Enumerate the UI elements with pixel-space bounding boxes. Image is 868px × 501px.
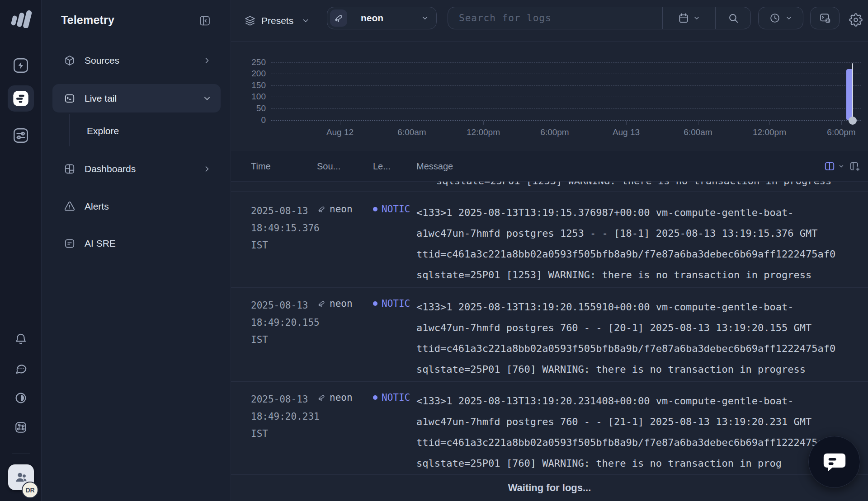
partial-log-text: sqlstate=25P01 [1253] WARNING: there is …: [436, 182, 868, 187]
time-scrubber-line[interactable]: [852, 63, 853, 121]
main-content: Presets neon: [231, 0, 868, 501]
bolt-icon[interactable]: [10, 55, 31, 76]
y-tick-label: 250: [239, 57, 266, 67]
sidebar-item-alerts[interactable]: Alerts: [52, 194, 221, 219]
sidebar-item-ai-sre[interactable]: AI SRE: [52, 231, 221, 256]
gridline: [271, 97, 861, 97]
chevron-down-icon: [421, 14, 429, 22]
chat-widget-button[interactable]: [808, 436, 860, 488]
page-title: Telemetry: [61, 14, 114, 27]
search-input[interactable]: [448, 7, 662, 29]
chevron-down-icon: [203, 94, 212, 103]
clock-icon: [769, 12, 781, 24]
log-level: NOTIC: [373, 297, 416, 381]
y-tick-label: 200: [239, 69, 266, 79]
chat-dots-icon[interactable]: [10, 358, 31, 379]
grid-icon: [64, 163, 75, 175]
add-column-button[interactable]: [849, 160, 861, 172]
log-level: NOTIC: [373, 202, 416, 287]
telescope-icon: [317, 393, 326, 402]
telescope-icon: [330, 9, 347, 27]
cube-icon: [64, 55, 75, 66]
sidebar-item-explore[interactable]: Explore: [87, 118, 213, 144]
sidebar-item-label: Explore: [87, 126, 119, 136]
log-row[interactable]: 2025-08-13 18:49:15.376 IST neon NO: [231, 192, 868, 288]
terminal-icon: [64, 93, 75, 104]
command-icon[interactable]: [10, 417, 31, 438]
columns-layout-button[interactable]: [824, 160, 844, 172]
x-tick-label: 6:00am: [684, 127, 712, 137]
sliders-icon[interactable]: [10, 125, 31, 146]
middleware-logo[interactable]: [9, 8, 32, 28]
sidebar-item-sources[interactable]: Sources: [52, 48, 221, 73]
log-time: 2025-08-13 18:49:15.376 IST: [231, 202, 317, 287]
x-axis-line: [271, 120, 861, 121]
x-tick-label: Aug 12: [326, 127, 354, 137]
x-tick-label: 6:00am: [397, 127, 426, 137]
log-table-body: sqlstate=25P01 [1253] WARNING: there is …: [231, 182, 868, 501]
log-row[interactable]: 2025-08-13 18:49:20.231 IST neon NO: [231, 382, 868, 475]
gridline: [271, 62, 861, 63]
log-table-header: Time Sou... Le... Message: [231, 151, 868, 182]
column-header-level[interactable]: Le...: [373, 161, 416, 172]
logs-nav-icon[interactable]: [8, 85, 34, 112]
chevron-down-icon: [693, 14, 700, 22]
column-header-message[interactable]: Message: [416, 161, 824, 172]
telescope-icon: [317, 299, 326, 308]
log-volume-chart[interactable]: 250 200 150 100 50 0 Aug 12 6:00am 12:00…: [231, 42, 868, 151]
log-message: <133>1 2025-08-13T13:19:15.376987+00:00 …: [416, 202, 868, 287]
column-header-source[interactable]: Sou...: [317, 161, 373, 172]
calendar-icon: [678, 12, 689, 24]
speech-bubble-icon: [821, 449, 848, 475]
contrast-icon[interactable]: [10, 388, 31, 408]
date-range-button[interactable]: [662, 7, 715, 29]
partial-log-row[interactable]: sqlstate=25P01 [1253] WARNING: there is …: [231, 182, 868, 192]
log-message: <133>1 2025-08-13T13:19:20.231408+00:00 …: [416, 391, 868, 474]
time-scrubber-handle[interactable]: [849, 117, 857, 125]
y-tick-label: 0: [239, 115, 266, 125]
column-header-time[interactable]: Time: [231, 161, 317, 172]
log-time: 2025-08-13 18:49:20.155 IST: [231, 297, 317, 381]
subnav-guide-line: [69, 114, 70, 146]
message-square-icon: [64, 238, 75, 249]
level-dot: [373, 395, 377, 400]
telescope-icon: [317, 205, 326, 214]
source-name: neon: [361, 13, 383, 23]
sidebar-item-label: Live tail: [85, 93, 117, 104]
log-level: NOTIC: [373, 391, 416, 474]
sidebar-item-label: Alerts: [85, 201, 109, 212]
x-tick: [412, 121, 412, 125]
log-message: <133>1 2025-08-13T13:19:20.155910+00:00 …: [416, 297, 868, 381]
log-search-bar: [448, 7, 751, 29]
log-source: neon: [317, 391, 373, 474]
user-initials-badge[interactable]: DR: [22, 482, 38, 498]
sidebar-item-dashboards[interactable]: Dashboards: [52, 156, 221, 182]
code-terminal-button[interactable]: [810, 7, 840, 29]
chevron-down-icon: [785, 14, 793, 22]
presets-button[interactable]: Presets: [244, 10, 310, 31]
alert-triangle-icon: [64, 201, 75, 212]
chevron-down-icon: [302, 17, 310, 25]
sidebar-item-live-tail[interactable]: Live tail: [52, 84, 221, 112]
gear-icon[interactable]: [849, 13, 863, 27]
x-tick: [483, 121, 484, 125]
presets-label: Presets: [261, 15, 293, 26]
sidebar: Telemetry Sources: [42, 0, 231, 501]
level-dot: [373, 301, 377, 306]
x-tick: [769, 121, 770, 125]
layers-icon: [244, 15, 256, 27]
y-tick-label: 100: [239, 92, 266, 102]
log-source: neon: [317, 297, 373, 381]
gridline: [271, 74, 861, 74]
sidebar-item-label: AI SRE: [85, 238, 116, 249]
source-selector[interactable]: neon: [327, 7, 437, 29]
x-tick: [698, 121, 698, 125]
panel-collapse-icon[interactable]: [198, 14, 212, 28]
search-submit-button[interactable]: [715, 7, 750, 29]
x-tick-label: 6:00pm: [827, 127, 855, 137]
time-range-button[interactable]: [758, 7, 803, 29]
sidebar-item-label: Dashboards: [85, 164, 136, 174]
log-row[interactable]: 2025-08-13 18:49:20.155 IST neon NO: [231, 288, 868, 382]
y-tick-label: 50: [239, 103, 266, 113]
bell-icon[interactable]: [10, 329, 31, 350]
